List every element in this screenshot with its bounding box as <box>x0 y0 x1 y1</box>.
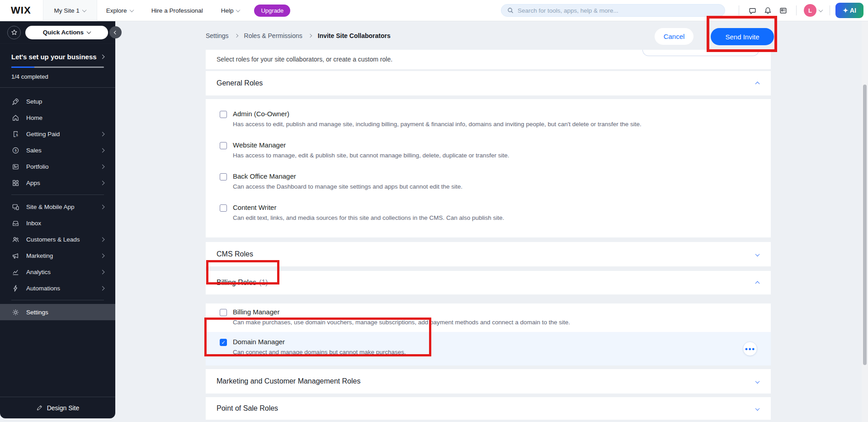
intro-row: Select roles for your site collaborators… <box>206 50 771 69</box>
sidebar-collapse-button[interactable] <box>109 26 122 38</box>
sidebar-item-label: Sales <box>26 147 94 154</box>
setup-banner-title: Let's set up your business <box>11 53 97 61</box>
portfolio-icon <box>11 162 19 171</box>
create-role-button-partial[interactable] <box>642 50 759 56</box>
chevron-down-icon <box>756 404 759 413</box>
website-manager-checkbox[interactable] <box>220 142 227 149</box>
favorites-star-icon[interactable] <box>7 26 21 39</box>
role-label: Back Office Manager <box>233 172 462 180</box>
role-description: Can make purchases, use domain vouchers,… <box>233 318 570 327</box>
sidebar-item-automations[interactable]: Automations <box>0 280 115 296</box>
role-description: Can edit text, links, and media sources … <box>233 214 504 222</box>
sidebar-item-label: Inbox <box>26 220 104 227</box>
breadcrumb-current: Invite Site Collaborators <box>318 32 391 39</box>
breadcrumb: Settings Roles & Permissions Invite Site… <box>206 32 391 39</box>
upgrade-button[interactable]: Upgrade <box>254 5 290 17</box>
chevron-right-icon <box>100 253 105 258</box>
nav-hire-label: Hire a Professional <box>151 7 203 14</box>
sidebar-item-apps[interactable]: Apps <box>0 175 115 191</box>
admin-checkbox[interactable] <box>220 111 227 118</box>
sidebar-item-customers-leads[interactable]: Customers & Leads <box>0 231 115 247</box>
role-item-domain-manager: ✓ Domain Manager Can connect and manage … <box>206 332 771 365</box>
chevron-right-icon <box>308 34 312 38</box>
role-item-billing-manager: Billing Manager Can make purchases, use … <box>206 308 771 327</box>
divider <box>11 300 104 300</box>
nav-help-label: Help <box>221 7 234 14</box>
sidebar-item-label: Automations <box>26 285 94 292</box>
sidebar-item-getting-paid[interactable]: $ Getting Paid <box>0 126 115 142</box>
pencil-icon <box>36 404 43 411</box>
section-header-billing-roles[interactable]: Billing Roles (1) <box>206 271 771 294</box>
chevron-right-icon <box>100 180 105 185</box>
chevron-right-icon <box>100 237 105 242</box>
breadcrumb-settings[interactable]: Settings <box>206 32 229 39</box>
top-bar: WIX My Site 1 Explore Hire a Professiona… <box>0 0 868 21</box>
ai-assistant-button[interactable]: ✦ AI <box>835 3 863 18</box>
sidebar-item-setup[interactable]: Setup <box>0 93 115 109</box>
sidebar: Quick Actions Let's set up your business… <box>0 21 115 418</box>
sidebar-item-marketing[interactable]: Marketing <box>0 247 115 264</box>
chevron-right-icon <box>100 55 105 59</box>
section-header-point-of-sale-roles[interactable]: Point of Sale Roles <box>206 397 771 420</box>
sidebar-item-inbox[interactable]: Inbox <box>0 215 115 231</box>
sidebar-item-site-mobile-app[interactable]: Site & Mobile App <box>0 199 115 215</box>
quick-actions-label: Quick Actions <box>43 29 84 36</box>
sidebar-item-label: Settings <box>26 309 104 316</box>
section-header-cms-roles[interactable]: CMS Roles <box>206 242 771 266</box>
devices-icon <box>11 203 19 211</box>
site-switcher-label: My Site 1 <box>54 7 80 14</box>
sidebar-item-settings[interactable]: Settings <box>0 304 115 320</box>
account-menu[interactable]: L <box>804 4 822 17</box>
sparkle-icon: ✦ <box>843 7 848 14</box>
section-header-general-roles[interactable]: General Roles <box>206 71 771 95</box>
chat-icon[interactable] <box>745 3 760 18</box>
chevron-down-icon <box>82 8 86 12</box>
notifications-bell-icon[interactable] <box>760 3 775 18</box>
chevron-down-icon <box>236 8 241 12</box>
nav-help[interactable]: Help <box>212 0 249 21</box>
role-description: Can connect and manage domains but canno… <box>233 348 406 356</box>
inbox-icon <box>11 219 19 227</box>
sidebar-item-label: Customers & Leads <box>26 236 94 243</box>
search-input[interactable] <box>518 7 719 14</box>
content-writer-checkbox[interactable] <box>220 204 227 212</box>
role-label: Domain Manager <box>233 338 406 346</box>
chevron-down-icon <box>129 8 134 12</box>
intro-text: Select roles for your site collaborators… <box>217 56 771 63</box>
sidebar-item-home[interactable]: Home <box>0 109 115 126</box>
lightning-icon <box>11 284 19 292</box>
domain-manager-checkbox[interactable]: ✓ <box>220 339 227 346</box>
wix-logo[interactable]: WIX <box>11 5 31 16</box>
back-office-manager-checkbox[interactable] <box>220 173 227 180</box>
sidebar-item-sales[interactable]: $ Sales <box>0 142 115 158</box>
chevron-right-icon <box>234 34 238 38</box>
global-search[interactable] <box>501 4 725 17</box>
section-header-marketing-roles[interactable]: Marketing and Customer Management Roles <box>206 369 771 394</box>
nav-explore[interactable]: Explore <box>97 0 142 21</box>
chart-icon <box>11 268 19 276</box>
general-roles-list: Admin (Co-Owner) Has access to edit, pub… <box>206 99 771 237</box>
more-options-button[interactable]: ●●● <box>743 341 757 356</box>
sidebar-item-label: Setup <box>26 98 104 105</box>
role-label: Billing Manager <box>233 308 570 316</box>
billing-roles-list: Billing Manager Can make purchases, use … <box>206 303 771 365</box>
billing-manager-checkbox[interactable] <box>220 309 227 316</box>
design-site-button[interactable]: Design Site <box>0 397 115 418</box>
quick-actions-button[interactable]: Quick Actions <box>25 26 108 39</box>
rocket-icon <box>11 97 19 105</box>
ai-label: AI <box>850 7 856 14</box>
send-invite-button[interactable]: Send Invite <box>711 28 774 45</box>
svg-text:$: $ <box>14 148 17 152</box>
site-switcher[interactable]: My Site 1 <box>43 0 97 21</box>
wix-dashboard: WIX My Site 1 Explore Hire a Professiona… <box>0 0 868 422</box>
nav-hire-professional[interactable]: Hire a Professional <box>142 0 212 21</box>
scrollbar-thumb[interactable] <box>863 85 867 365</box>
setup-business-banner[interactable]: Let's set up your business 1/4 completed <box>0 44 115 88</box>
cancel-button[interactable]: Cancel <box>655 28 693 45</box>
breadcrumb-roles-permissions[interactable]: Roles & Permissions <box>244 32 302 39</box>
sidebar-item-portfolio[interactable]: Portfolio <box>0 158 115 175</box>
divider <box>796 5 797 15</box>
sidebar-item-analytics[interactable]: Analytics <box>0 264 115 280</box>
search-icon <box>507 7 514 14</box>
updates-panel-icon[interactable] <box>775 3 791 18</box>
